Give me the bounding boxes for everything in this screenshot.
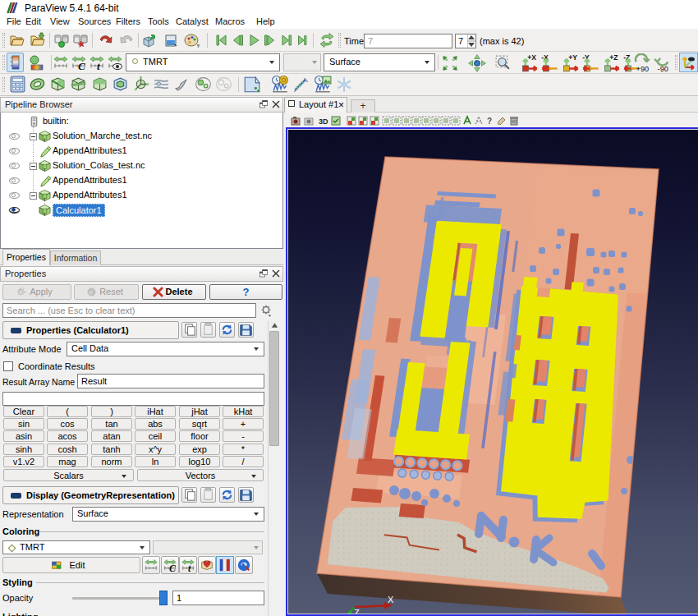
svg-text:C: C — [169, 563, 176, 572]
svg-text:?: ? — [487, 117, 492, 126]
svg-text:-90: -90 — [658, 65, 668, 72]
svg-text:X: X — [388, 595, 394, 605]
svg-text:Z: Z — [354, 608, 360, 616]
svg-text:+Z: +Z — [609, 53, 618, 62]
svg-text:+90: +90 — [636, 65, 650, 72]
svg-text:+Y: +Y — [568, 53, 577, 62]
svg-text:t: t — [97, 60, 100, 71]
svg-text:3D: 3D — [319, 117, 328, 126]
svg-text:+X: +X — [527, 53, 536, 62]
svg-text:C: C — [78, 60, 85, 71]
